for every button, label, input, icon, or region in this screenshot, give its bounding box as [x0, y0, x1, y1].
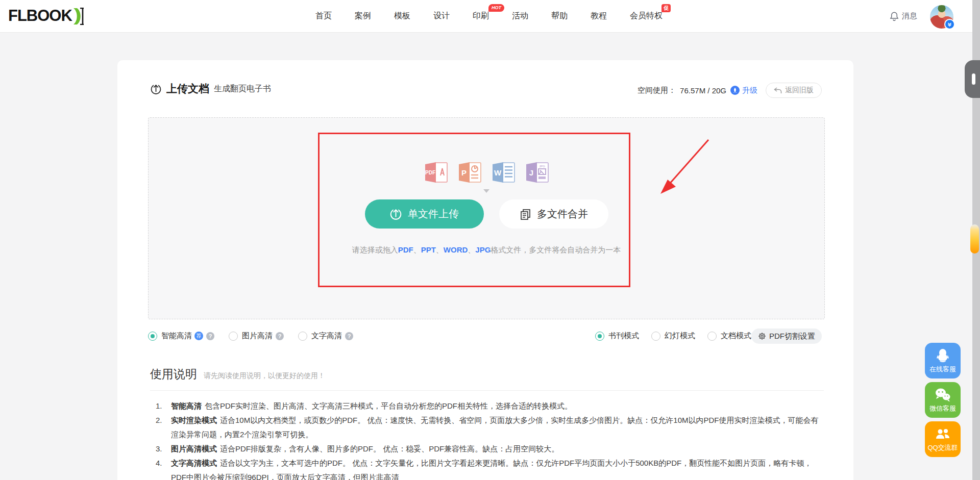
- scrollbar-thumb[interactable]: [965, 60, 980, 98]
- instruction-number: 3.: [156, 442, 167, 456]
- back-to-old-button[interactable]: 返回旧版: [766, 83, 822, 98]
- radio-option[interactable]: 图片高清 ?: [229, 331, 284, 341]
- nav-item[interactable]: 案例: [355, 11, 371, 21]
- instruction-lead: 智能高清: [171, 401, 202, 410]
- service-panel: 在线客服 微信客服: [925, 343, 961, 457]
- instruction-lead: 实时渲染模式: [171, 416, 217, 424]
- instructions-title: 使用说明: [150, 366, 197, 382]
- instruction-text: 适合PDF排版复杂，含有人像、图片多的PDF。 优点：稳妥、PDF兼容性高。缺点…: [220, 444, 559, 453]
- upgrade-link[interactable]: 升级: [730, 86, 757, 95]
- help-icon[interactable]: ?: [206, 332, 214, 340]
- messages-button[interactable]: 消息: [890, 0, 917, 32]
- radio-label: 智能高清: [161, 331, 192, 341]
- pdf-split-settings-button[interactable]: PDF切割设置: [751, 329, 822, 344]
- top-navbar: FLBOOK 首页 案例 模板 设计 印刷 HOT 活动 帮助 教程: [0, 0, 980, 33]
- merge-files-icon: [519, 208, 531, 220]
- radio-label: 书刊模式: [608, 331, 639, 341]
- nav-item-badge: 促: [662, 4, 671, 12]
- nav-item[interactable]: 模板: [394, 11, 410, 21]
- service-label: QQ交流群: [927, 443, 958, 452]
- divider: [150, 390, 824, 391]
- instruction-text: 适合以文字为主，文本可选中的PDF。 优点：文字矢量化，比图片文字看起来更清晰。…: [171, 459, 812, 480]
- nav-item-label: 首页: [315, 11, 332, 20]
- svg-text:P: P: [461, 168, 466, 177]
- nav-item-badge: HOT: [488, 4, 504, 12]
- single-upload-label: 单文件上传: [408, 207, 459, 221]
- nav-item[interactable]: 首页: [315, 11, 332, 21]
- radio-option[interactable]: 文字高清 ?: [298, 331, 353, 341]
- gear-icon: [758, 332, 766, 340]
- radio-icon: [651, 332, 660, 341]
- help-icon[interactable]: ?: [345, 332, 353, 340]
- scrollbar-marker[interactable]: [970, 224, 979, 254]
- nav-item[interactable]: 帮助: [551, 11, 568, 21]
- logo[interactable]: FLBOOK: [8, 7, 85, 25]
- radio-icon: [148, 332, 157, 341]
- recommend-badge: 荐: [194, 332, 203, 340]
- quality-options: 智能高清 荐 ? 图片高清 ? 文字高清 ?: [148, 331, 353, 341]
- instruction-list: 1. 智能高清包含PDF实时渲染、图片高清、文字高清三种模式，平台自动分析您的P…: [156, 399, 823, 480]
- page-subtitle: 生成翻页电子书: [214, 84, 271, 94]
- radio-option[interactable]: 智能高清 荐 ?: [148, 331, 214, 341]
- instruction-lead: 图片高清模式: [171, 444, 217, 453]
- radio-icon: [298, 332, 307, 341]
- instruction-item: 4. 文字高清模式适合以文字为主，文本可选中的PDF。 优点：文字矢量化，比图片…: [156, 456, 823, 480]
- vip-badge-icon: [944, 19, 955, 30]
- hint-format-pdf: PDF: [398, 245, 413, 254]
- pdf-split-settings-label: PDF切割设置: [769, 332, 815, 341]
- view-mode-options: 书刊模式 幻灯模式 文档模式: [595, 331, 751, 341]
- upload-drop-zone[interactable]: PDF P W JPG: [148, 117, 825, 319]
- help-icon[interactable]: ?: [276, 332, 284, 340]
- instruction-text: 包含PDF实时渲染、图片高清、文字高清三种模式，平台自动分析您的PDF相关特性，…: [205, 401, 572, 410]
- radio-icon: [707, 332, 717, 341]
- return-arrow-icon: [774, 87, 782, 94]
- space-usage-row: 空间使用： 76.57M / 20G 升级 返回旧版: [638, 83, 822, 98]
- nav-item-label: 案例: [355, 11, 371, 20]
- nav-item-label: 模板: [394, 11, 410, 20]
- service-button[interactable]: 微信客服: [925, 382, 961, 418]
- radio-option[interactable]: 幻灯模式: [651, 331, 695, 341]
- instruction-item: 2. 实时渲染模式适合10M以内文档类型，或页数少的PDF。 优点：速度快、无需…: [156, 413, 823, 442]
- nav-item-label: 会员特权: [630, 11, 663, 20]
- service-label: 微信客服: [929, 404, 956, 413]
- caret-down-icon: [483, 189, 489, 193]
- file-type-icons: PDF P W JPG: [424, 161, 550, 184]
- upload-hint: 请选择或拖入PDF、PPT、WORD、JPG格式文件，多文件将会自动合并为一本: [352, 245, 621, 255]
- service-button[interactable]: 在线客服: [925, 343, 961, 378]
- nav-item[interactable]: 会员特权 促: [630, 11, 663, 21]
- single-upload-button[interactable]: 单文件上传: [365, 199, 484, 229]
- radio-option[interactable]: 文档模式: [707, 331, 751, 341]
- radio-label: 幻灯模式: [665, 331, 695, 341]
- instruction-text: 适合10M以内文档类型，或页数少的PDF。 优点：速度快、无需转换、省空间，页面…: [171, 416, 819, 439]
- space-usage-value: 76.57M / 20G: [680, 86, 726, 95]
- svg-text:PDF: PDF: [425, 170, 435, 175]
- radio-label: 图片高清: [242, 331, 273, 341]
- messages-label: 消息: [902, 11, 917, 21]
- radio-option[interactable]: 书刊模式: [595, 331, 639, 341]
- nav-menu: 首页 案例 模板 设计 印刷 HOT 活动 帮助 教程 会员特权 促: [315, 0, 663, 32]
- word-file-icon: W: [491, 161, 516, 184]
- upload-cloud-icon: [150, 83, 162, 95]
- hint-format-word: WORD: [444, 245, 468, 254]
- instruction-number: 2.: [156, 413, 167, 442]
- nav-item[interactable]: 教程: [591, 11, 607, 21]
- service-label: 在线客服: [929, 365, 956, 374]
- qq-icon: [935, 347, 950, 364]
- merge-files-button[interactable]: 多文件合并: [499, 199, 608, 229]
- upgrade-label: 升级: [742, 86, 757, 95]
- user-avatar[interactable]: [930, 5, 953, 29]
- svg-text:W: W: [494, 168, 501, 177]
- instructions-subtitle: 请先阅读使用说明，以便更好的使用！: [204, 371, 325, 381]
- service-button[interactable]: QQ交流群: [925, 421, 961, 457]
- logo-book-icon: [73, 8, 85, 25]
- nav-item[interactable]: 设计: [433, 11, 450, 21]
- upload-cloud-white-icon: [389, 208, 402, 220]
- group-icon: [935, 426, 951, 442]
- instruction-number: 4.: [156, 456, 167, 480]
- nav-item[interactable]: 印刷 HOT: [473, 11, 489, 21]
- nav-item[interactable]: 活动: [512, 11, 528, 21]
- space-usage-label: 空间使用：: [638, 86, 676, 95]
- instruction-lead: 文字高清模式: [171, 459, 217, 467]
- ppt-file-icon: P: [457, 161, 482, 184]
- nav-item-label: 教程: [591, 11, 607, 20]
